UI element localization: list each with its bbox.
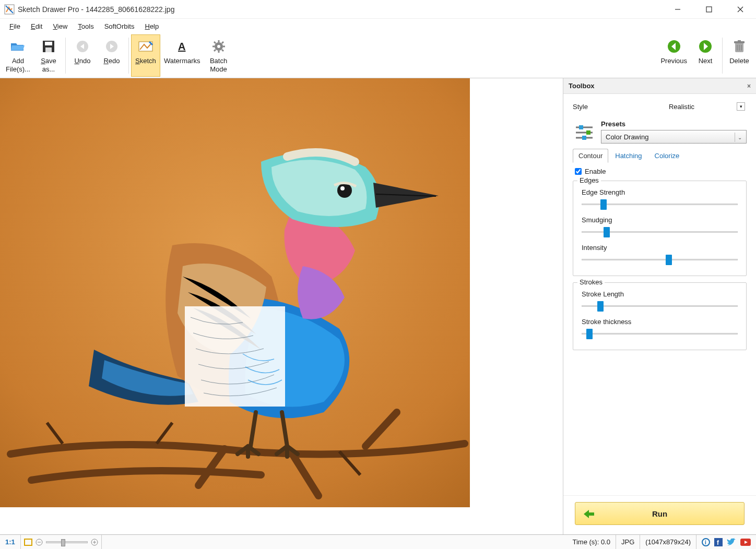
youtube-icon[interactable] [740, 539, 751, 546]
menu-help[interactable]: Help [140, 21, 163, 32]
watermark-icon: A [175, 37, 189, 56]
stroke-thickness-slider[interactable] [582, 328, 738, 340]
image-preview [0, 78, 470, 507]
zoom-out-icon[interactable] [36, 539, 43, 546]
style-combo[interactable]: Realistic ▾ [617, 100, 747, 113]
main-area: Toolbox × Style Realistic ▾ Presets Colo… [0, 78, 756, 534]
sketch-preview-overlay[interactable] [185, 307, 285, 406]
gear-icon [212, 37, 226, 56]
delete-button[interactable]: Delete [725, 34, 754, 77]
svg-rect-37 [586, 130, 590, 135]
app-icon [4, 4, 15, 15]
previous-button[interactable]: Previous [657, 34, 691, 77]
tab-colorize[interactable]: Colorize [649, 149, 686, 163]
tab-contour[interactable]: Contour [573, 149, 608, 163]
svg-point-13 [217, 45, 220, 48]
svg-rect-33 [185, 307, 285, 406]
statusbar: 1:1 Time (s): 0.0 JPG (1047x879x24) i f [0, 534, 756, 549]
sketch-icon [138, 37, 153, 56]
presets-value: Color Drawing [606, 133, 648, 141]
chevron-down-icon: ▾ [737, 102, 745, 111]
strokes-fieldset: Strokes Stroke Length Stroke thickness [573, 282, 747, 350]
edge-strength-slider[interactable] [582, 198, 738, 211]
toolbox-tabs: Contour Hatching Colorize [573, 149, 747, 163]
zoom-ratio[interactable]: 1:1 [0, 535, 21, 549]
menu-edit[interactable]: Edit [27, 21, 46, 32]
smudging-label: Smudging [582, 216, 740, 224]
svg-point-31 [337, 183, 352, 198]
svg-rect-26 [738, 40, 741, 42]
twitter-icon[interactable] [727, 538, 736, 546]
enable-checkbox[interactable] [575, 168, 582, 175]
info-icon[interactable]: i [702, 538, 710, 546]
zoom-slider[interactable] [46, 541, 88, 543]
window-title: Sketch Drawer Pro - 1442285_80661628222.… [18, 5, 662, 14]
tab-hatching[interactable]: Hatching [609, 149, 647, 163]
save-as-button[interactable]: Saveas... [34, 34, 63, 77]
edges-legend: Edges [577, 176, 601, 184]
menubar: File Edit View Tools SoftOrbits Help [0, 19, 756, 33]
canvas-area[interactable] [0, 78, 563, 534]
redo-icon [105, 37, 119, 56]
svg-rect-2 [706, 7, 712, 12]
facebook-icon[interactable]: f [714, 538, 723, 546]
zoom-in-icon[interactable] [91, 539, 98, 546]
status-time: Time (s): 0.0 [567, 535, 616, 549]
bird-illustration-icon [0, 78, 470, 507]
toolbox-header: Toolbox × [563, 78, 756, 94]
fit-screen-icon[interactable] [24, 539, 32, 546]
stroke-thickness-label: Stroke thickness [582, 318, 740, 326]
sketch-button[interactable]: Sketch [131, 34, 160, 77]
undo-button[interactable]: Undo [68, 34, 97, 77]
save-as-label: Saveas... [41, 57, 56, 73]
svg-rect-40 [25, 539, 32, 545]
close-button[interactable] [725, 0, 756, 19]
svg-line-21 [214, 50, 216, 51]
batch-mode-label: BatchMode [210, 57, 227, 73]
status-dimensions: (1047x879x24) [640, 535, 696, 549]
svg-point-32 [340, 186, 345, 190]
watermarks-button[interactable]: A Watermarks [160, 34, 204, 77]
run-label: Run [652, 509, 667, 518]
redo-label: Redo [103, 57, 120, 65]
separator [128, 38, 129, 74]
menu-softorbits[interactable]: SoftOrbits [100, 21, 139, 32]
play-arrow-icon [583, 508, 595, 520]
menu-view[interactable]: View [49, 21, 72, 32]
social-icons: i f [696, 538, 756, 546]
redo-button[interactable]: Redo [97, 34, 126, 77]
toolbox-title: Toolbox [569, 82, 595, 90]
style-value: Realistic [669, 103, 694, 111]
presets-combo[interactable]: Color Drawing ⌄ [601, 130, 747, 144]
next-button[interactable]: Next [691, 34, 720, 77]
toolbar: AddFile(s)... Saveas... Undo Redo Sketch… [0, 33, 756, 78]
previous-label: Previous [660, 57, 687, 65]
titlebar: Sketch Drawer Pro - 1442285_80661628222.… [0, 0, 756, 19]
menu-file[interactable]: File [5, 21, 25, 32]
batch-mode-button[interactable]: BatchMode [204, 34, 233, 77]
svg-line-18 [214, 42, 216, 43]
minimize-button[interactable] [662, 0, 693, 19]
menu-tools[interactable]: Tools [74, 21, 98, 32]
enable-label: Enable [585, 168, 606, 175]
run-button[interactable]: Run [575, 502, 745, 525]
trash-icon [733, 37, 746, 56]
svg-text:i: i [705, 540, 706, 545]
maximize-button[interactable] [693, 0, 725, 19]
presets-title: Presets [601, 120, 747, 128]
separator [65, 38, 66, 74]
toolbox-pin-icon[interactable]: × [747, 82, 751, 90]
svg-line-20 [222, 42, 223, 43]
sketch-label: Sketch [135, 57, 156, 65]
arrow-right-icon [698, 37, 713, 56]
intensity-slider[interactable] [582, 254, 738, 266]
svg-rect-7 [45, 47, 52, 52]
add-files-button[interactable]: AddFile(s)... [2, 34, 34, 77]
undo-label: Undo [74, 57, 90, 65]
chevron-down-icon: ⌄ [735, 133, 744, 142]
stroke-length-slider[interactable] [582, 300, 738, 313]
next-label: Next [699, 57, 713, 65]
toolbox-panel: Toolbox × Style Realistic ▾ Presets Colo… [563, 78, 756, 534]
svg-line-19 [222, 50, 223, 51]
smudging-slider[interactable] [582, 226, 738, 238]
